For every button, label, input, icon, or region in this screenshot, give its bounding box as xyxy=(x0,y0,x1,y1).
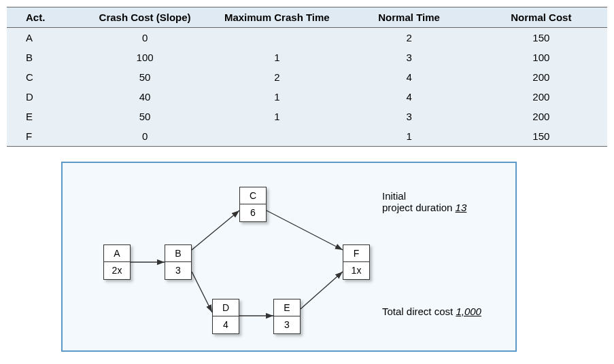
initial-duration-value: 13 xyxy=(456,202,467,213)
cell-crash-cost: 0 xyxy=(79,126,211,147)
crash-cost-table: Act. Crash Cost (Slope) Maximum Crash Ti… xyxy=(7,7,607,147)
total-cost-block: Total direct cost 1,000 xyxy=(382,306,481,317)
edge-b-d xyxy=(192,272,212,312)
cell-normal-time: 3 xyxy=(343,107,475,126)
cell-normal-time: 3 xyxy=(343,48,475,67)
node-value: 6 xyxy=(239,204,267,222)
cell-normal-cost: 200 xyxy=(475,87,607,107)
cell-normal-time: 1 xyxy=(343,126,475,147)
node-e: E 3 xyxy=(273,299,301,334)
cell-max-crash-time: 1 xyxy=(211,107,343,126)
node-label: C xyxy=(239,187,267,204)
node-label: D xyxy=(212,299,239,316)
initial-duration-block: Initial project duration 13 xyxy=(382,190,466,213)
node-d: D 4 xyxy=(212,299,239,334)
table-row: F 0 1 150 xyxy=(7,126,607,147)
table-row: A 0 2 150 xyxy=(7,28,607,48)
table-row: E 50 1 3 200 xyxy=(7,107,607,126)
table-row: D 40 1 4 200 xyxy=(7,87,607,107)
table-row: B 100 1 3 100 xyxy=(7,48,607,67)
node-value: 1x xyxy=(343,262,370,280)
cell-max-crash-time xyxy=(211,126,343,147)
cell-act: D xyxy=(7,87,79,107)
cell-act: E xyxy=(7,107,79,126)
cell-normal-time: 4 xyxy=(343,67,475,87)
node-label: A xyxy=(103,244,131,262)
network-diagram: A 2x B 3 C 6 D 4 E 3 F 1x Initial projec… xyxy=(61,162,517,352)
cell-crash-cost: 40 xyxy=(79,87,211,107)
initial-line2-prefix: project duration xyxy=(382,202,452,213)
table-header-row: Act. Crash Cost (Slope) Maximum Crash Ti… xyxy=(7,7,607,28)
cell-crash-cost: 100 xyxy=(79,48,211,67)
cell-act: C xyxy=(7,67,79,87)
th-normal-time: Normal Time xyxy=(343,7,475,28)
cell-crash-cost: 50 xyxy=(79,107,211,126)
node-label: F xyxy=(343,244,370,262)
cell-act: F xyxy=(7,126,79,147)
node-value: 4 xyxy=(212,316,239,334)
cell-normal-cost: 200 xyxy=(475,67,607,87)
cell-crash-cost: 50 xyxy=(79,67,211,87)
initial-line2: project duration 13 xyxy=(382,202,466,213)
edge-c-f xyxy=(267,211,343,250)
initial-line1: Initial xyxy=(382,190,466,202)
cell-act: A xyxy=(7,28,79,48)
edge-b-c xyxy=(192,211,239,250)
node-value: 3 xyxy=(273,316,301,334)
cell-max-crash-time: 1 xyxy=(211,48,343,67)
th-normal-cost: Normal Cost xyxy=(475,7,607,28)
node-a: A 2x xyxy=(103,244,131,280)
cell-max-crash-time: 2 xyxy=(211,67,343,87)
node-label: B xyxy=(165,244,192,262)
th-max-crash-time: Maximum Crash Time xyxy=(211,7,343,28)
cell-normal-cost: 100 xyxy=(475,48,607,67)
cell-normal-time: 4 xyxy=(343,87,475,107)
cell-act: B xyxy=(7,48,79,67)
cell-max-crash-time xyxy=(211,28,343,48)
total-cost-value: 1,000 xyxy=(456,306,481,317)
node-value: 3 xyxy=(165,262,192,280)
table-row: C 50 2 4 200 xyxy=(7,67,607,87)
cell-max-crash-time: 1 xyxy=(211,87,343,107)
node-value: 2x xyxy=(103,262,131,280)
cell-normal-cost: 200 xyxy=(475,107,607,126)
cell-normal-cost: 150 xyxy=(475,126,607,147)
node-label: E xyxy=(273,299,301,316)
edge-e-f xyxy=(301,272,343,309)
total-cost-label: Total direct cost xyxy=(382,306,453,317)
cell-normal-time: 2 xyxy=(343,28,475,48)
th-act: Act. xyxy=(7,7,79,28)
th-crash-cost: Crash Cost (Slope) xyxy=(79,7,211,28)
node-c: C 6 xyxy=(239,187,267,222)
cell-crash-cost: 0 xyxy=(79,28,211,48)
node-b: B 3 xyxy=(165,244,192,280)
cell-normal-cost: 150 xyxy=(475,28,607,48)
node-f: F 1x xyxy=(343,244,370,280)
